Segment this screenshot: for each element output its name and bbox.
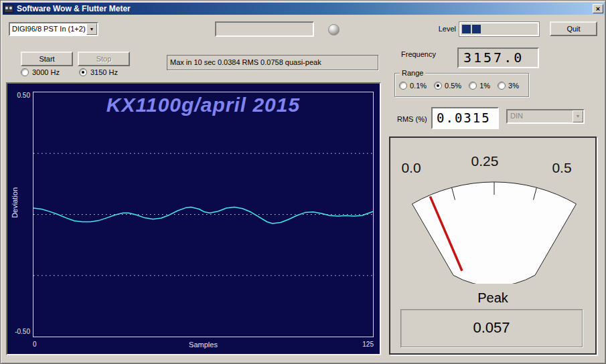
chevron-down-icon[interactable]: ▼: [86, 23, 97, 35]
radio-3150hz[interactable]: 3150 Hz: [79, 68, 118, 76]
app-icon: [4, 5, 13, 13]
status-readout: Max in 10 sec 0.0384 RMS 0.0758 quasi-pe…: [167, 55, 378, 70]
weighting-select: DIN ▼: [506, 109, 585, 124]
radio-range-0-1-circle[interactable]: [399, 82, 407, 90]
quit-button[interactable]: Quit: [550, 21, 597, 36]
radio-range-0-5[interactable]: 0.5%: [434, 82, 461, 90]
radio-range-0-1-label: 0.1%: [410, 82, 427, 90]
range-group: Range 0.1% 0.5% 1% 3%: [394, 73, 529, 97]
gauge-label-mid: 0.25: [471, 153, 499, 169]
radio-range-3[interactable]: 3%: [498, 82, 519, 90]
gauge-label-max: 0.5: [552, 160, 571, 175]
deviation-chart: 0.50 -0.50 Deviation KX1100g/april 2015 …: [6, 82, 381, 355]
frequency-label: Frequency: [401, 50, 444, 58]
chevron-down-icon: ▼: [573, 110, 583, 122]
start-button[interactable]: Start: [21, 52, 73, 66]
y-tick-top: 0.50: [7, 92, 30, 99]
y-axis-label: Deviation: [11, 187, 19, 218]
gauge-fan: [412, 182, 577, 284]
radio-range-1-label: 1%: [479, 82, 490, 90]
status-led-sphere: [328, 24, 339, 35]
peak-label: Peak: [390, 290, 595, 306]
message-field[interactable]: [215, 21, 314, 37]
rms-display: 0.0315: [431, 107, 499, 129]
stop-button: Stop: [78, 52, 130, 66]
chart-title: KX1100g/april 2015: [33, 94, 373, 116]
radio-range-1-circle[interactable]: [469, 82, 477, 90]
radio-3000hz-label: 3000 Hz: [32, 68, 60, 76]
input-device-value: DIGI96/8 PST In (1+2)(: [12, 25, 86, 33]
radio-3150hz-label: 3150 Hz: [90, 68, 118, 76]
input-device-select[interactable]: DIGI96/8 PST In (1+2)( ▼: [9, 22, 98, 36]
gauge-svg: 0.0 0.25 0.5: [390, 142, 595, 284]
range-group-label: Range: [400, 69, 425, 77]
level-meter: [459, 21, 540, 37]
app-window: Software Wow & Flutter Meter × DIGI96/8 …: [0, 0, 606, 364]
x-tick-max: 125: [354, 341, 374, 348]
radio-range-1[interactable]: 1%: [469, 82, 490, 90]
level-label: Level: [430, 25, 456, 33]
radio-range-3-label: 3%: [508, 82, 519, 90]
radio-range-0-1[interactable]: 0.1%: [399, 82, 427, 90]
radio-3000hz-circle[interactable]: [21, 68, 29, 76]
level-segment: [462, 25, 471, 33]
radio-range-0-5-circle[interactable]: [434, 82, 442, 90]
x-axis-label: Samples: [33, 341, 374, 349]
rms-label: RMS (%): [397, 115, 427, 123]
radio-range-3-circle[interactable]: [498, 82, 506, 90]
frequency-display: 3157.0: [457, 48, 539, 68]
window-title: Software Wow & Flutter Meter: [17, 4, 131, 13]
radio-3150hz-circle[interactable]: [79, 68, 87, 76]
peak-display: 0.057: [400, 309, 583, 347]
gauge-label-min: 0.0: [401, 160, 421, 175]
close-button[interactable]: ×: [593, 4, 603, 13]
gauge-panel: 0.0 0.25 0.5 Peak 0.057: [389, 136, 597, 355]
titlebar[interactable]: Software Wow & Flutter Meter ×: [3, 3, 605, 15]
waveform-line: [33, 207, 373, 224]
y-tick-bottom: -0.50: [7, 328, 30, 335]
level-segment: [472, 25, 481, 33]
radio-range-0-5-label: 0.5%: [445, 82, 461, 90]
waveform-svg: [33, 92, 373, 337]
radio-3000hz[interactable]: 3000 Hz: [21, 68, 60, 76]
plot-area: KX1100g/april 2015: [33, 92, 374, 337]
weighting-value: DIN: [510, 112, 523, 120]
